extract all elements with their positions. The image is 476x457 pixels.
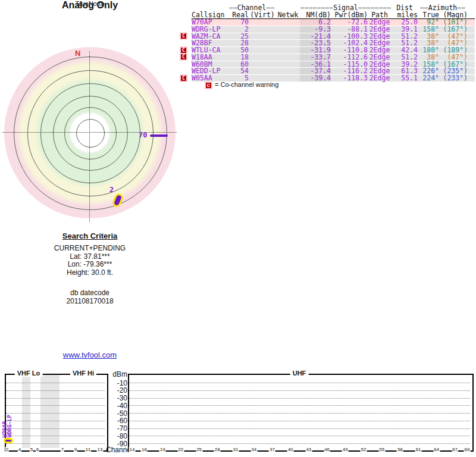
azimuth-true-cell: 224° xyxy=(418,75,439,82)
channel-tick: 28 xyxy=(214,447,221,452)
channel-tick: 40 xyxy=(287,447,294,452)
radar-crosshair-vertical xyxy=(89,51,90,222)
azimuth-true-cell: 38° xyxy=(418,54,439,61)
miles-cell: 55.1 xyxy=(392,75,418,82)
channel-tick: 13 xyxy=(97,447,104,452)
network-cell xyxy=(276,33,300,40)
real-channel-cell: 2 xyxy=(227,26,249,33)
grid-line xyxy=(6,428,105,429)
miles-cell: 51.2 xyxy=(392,54,418,61)
channel-tick: 19 xyxy=(159,447,166,452)
channel-tick: 67 xyxy=(452,447,458,452)
tvfool-link[interactable]: www.tvfool.com xyxy=(63,350,117,359)
fm-gap-band xyxy=(40,375,60,448)
co-channel-badge: C xyxy=(181,48,186,53)
network-cell xyxy=(276,75,300,82)
channel-tick: 61 xyxy=(415,447,422,452)
column-header: (Virt) xyxy=(249,11,276,18)
network-cell xyxy=(276,54,300,61)
grid-line xyxy=(129,443,470,444)
datecode-line: db datecode xyxy=(0,289,180,298)
grid-line xyxy=(129,383,470,383)
co-channel-badge: C xyxy=(181,54,186,60)
co-channel-badge: C xyxy=(181,76,186,81)
virtual-channel-cell xyxy=(249,40,276,46)
azimuth-magnetic-cell: (47°) xyxy=(439,54,468,61)
power-dbm-cell: -118.3 xyxy=(331,75,368,82)
datecode-line: 201108170018 xyxy=(0,298,180,306)
grid-line xyxy=(6,413,105,414)
grid-line xyxy=(6,398,105,399)
grid-line xyxy=(6,421,105,421)
co-channel-badge: C xyxy=(181,33,186,39)
criteria-line: CURRENT+PENDING xyxy=(0,245,180,253)
callsign-cell: WDRG-LP xyxy=(192,26,227,33)
network-cell xyxy=(276,26,300,33)
grid-line xyxy=(6,405,105,406)
column-header: Netwk xyxy=(276,11,300,18)
network-cell xyxy=(276,40,300,46)
channel-tick: 25 xyxy=(196,447,202,452)
real-channel-cell: 18 xyxy=(227,54,249,61)
network-cell xyxy=(276,61,300,68)
tvfool-report: Analog Only TrueNorth N 70 2 Search Crit… xyxy=(0,0,476,457)
path-cell: 2Edge xyxy=(368,54,392,61)
virtual-channel-cell xyxy=(249,54,276,61)
criteria-line: Lon: -79.36*** xyxy=(0,261,180,269)
grid-line xyxy=(129,413,470,414)
miles-cell: 39.1 xyxy=(392,26,418,33)
vhf-gap-band xyxy=(22,375,30,448)
power-dbm-cell: -88.1 xyxy=(331,26,368,33)
callsign-cell: W18AA xyxy=(192,54,227,61)
channel-tick: 37 xyxy=(269,447,275,452)
grid-line xyxy=(6,390,105,391)
channel-tick: 34 xyxy=(250,447,257,452)
channel-tick: 9 xyxy=(74,447,77,452)
network-cell xyxy=(276,19,300,26)
co-channel-badge: C xyxy=(206,83,211,88)
db-datecode: db datecode201108170018 xyxy=(0,289,180,305)
channel-tick: 49 xyxy=(342,447,349,452)
channel-tick: 7 xyxy=(61,447,64,452)
network-cell xyxy=(276,47,300,54)
grid-line xyxy=(6,436,105,436)
channel-tick: 22 xyxy=(177,447,184,452)
channel-tick: 4 xyxy=(18,447,21,452)
co-channel-legend-text: = Co-channel warning xyxy=(215,81,278,88)
channel-tick: 46 xyxy=(324,447,330,452)
channel-tick: 11 xyxy=(85,447,91,452)
channel-tick: 2 xyxy=(5,447,9,452)
spectrum-marker-wdrg-lp xyxy=(4,438,13,443)
section-label-vhf-lo: VHF Lo xyxy=(15,370,43,377)
grid-line xyxy=(129,421,470,421)
grid-line xyxy=(6,443,105,444)
channel-tick: 58 xyxy=(397,447,403,452)
tvfool-link-wrap: www.tvfool.com xyxy=(0,350,180,359)
nm-db-cell: -9.3 xyxy=(300,26,331,33)
radar-marker-channel-70 xyxy=(150,134,168,137)
power-dbm-cell: -112.6 xyxy=(331,54,368,61)
channel-tick: 55 xyxy=(378,447,385,452)
dbm-unit-label: dBm xyxy=(106,370,127,378)
channel-tick: 14 xyxy=(129,447,136,452)
radar-orientation-label: TrueNorth xyxy=(0,0,180,7)
channel-tick: 64 xyxy=(433,447,440,452)
channel-tick: 69 xyxy=(464,447,471,452)
nm-db-cell: -39.4 xyxy=(300,75,331,82)
station-table: ==Channel==========Signal========Dist==A… xyxy=(178,5,475,82)
section-label-uhf: UHF xyxy=(290,370,309,377)
channel-tick: 5 xyxy=(30,447,33,452)
search-criteria-heading: Search Criteria xyxy=(0,231,180,240)
channel-tick: 31 xyxy=(233,447,239,452)
network-cell xyxy=(276,68,300,74)
station-label: WDRG-LP xyxy=(7,415,12,437)
channel-axis-label: Channel xyxy=(106,446,127,454)
grid-line xyxy=(129,398,470,399)
channel-tick: 6 xyxy=(36,447,39,452)
virtual-channel-cell xyxy=(249,61,276,68)
search-criteria-lines: CURRENT+PENDINGLat: 37.81***Lon: -79.36*… xyxy=(0,245,180,277)
azimuth-magnetic-cell: (233°) xyxy=(439,75,468,82)
channel-tick: 16 xyxy=(141,447,148,452)
criteria-line: Lat: 37.81*** xyxy=(0,253,180,261)
virtual-channel-cell xyxy=(249,68,276,74)
